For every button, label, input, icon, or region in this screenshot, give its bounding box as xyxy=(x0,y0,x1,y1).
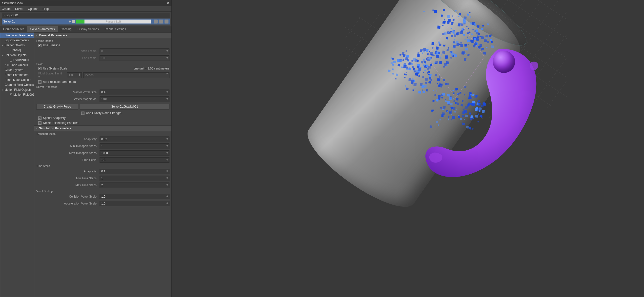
object-header[interactable]: ▾ Liquid001 xyxy=(2,13,170,18)
close-icon[interactable]: ✕ xyxy=(166,1,170,5)
checkbox-use-system-scale[interactable] xyxy=(38,67,42,70)
playback-controls xyxy=(69,20,75,23)
group-transport-steps: Transport Steps xyxy=(34,131,172,136)
menu-options[interactable]: Options xyxy=(28,7,38,11)
title-bar: Simulation View ✕ xyxy=(0,0,172,6)
label-min-time-steps: Min Time Steps xyxy=(36,177,98,180)
solver-row: Solver01 Paused 11% xyxy=(2,19,170,25)
tab-display-settings[interactable]: Display Settings xyxy=(74,26,102,32)
label-end-frame: End Frame xyxy=(36,56,98,60)
tab-solver-parameters[interactable]: Solver Parameters xyxy=(27,26,58,32)
label-use-system-scale: Use System Scale xyxy=(43,67,67,70)
group-voxel-scaling: Voxel Scaling xyxy=(34,189,172,193)
button-gravity-node[interactable]: Solver01.Gravity001 xyxy=(80,104,170,110)
sidebar-item-emitter-objects[interactable]: Emitter Objects xyxy=(0,43,34,48)
group-solver-properties: Solver Properties xyxy=(34,84,172,89)
menu-help[interactable]: Help xyxy=(42,7,49,11)
window-title: Simulation View xyxy=(2,2,23,5)
spinner-fluid-scale: 1.0▲▼ xyxy=(67,73,82,78)
object-name: Liquid001 xyxy=(6,14,18,17)
progress-label: Paused 11% xyxy=(76,20,151,23)
tab-caching[interactable]: Caching xyxy=(58,26,74,32)
sidebar-item-cylinder001[interactable]: Cylinder001 xyxy=(0,58,34,63)
sidebar-item-kill-plane[interactable]: Kill Plane Objects xyxy=(0,63,34,68)
label-gravity-magnitude: Gravity Magnitude xyxy=(36,97,98,101)
liquid-splash xyxy=(424,45,542,183)
checkbox-icon[interactable] xyxy=(10,59,12,62)
sidebar-item-sphere[interactable]: [Sphere] xyxy=(0,48,34,53)
spinner-acceleration-voxel-scale[interactable]: 1.0▲▼ xyxy=(100,201,170,206)
spinner-time-adaptivity[interactable]: 0.1▲▼ xyxy=(100,169,170,174)
checkbox-icon[interactable] xyxy=(10,94,12,96)
chevron-down-icon: ▾ xyxy=(36,127,38,130)
sidebar: Simulation Parameters Liquid Parameters … xyxy=(0,32,34,297)
button-create-gravity-force[interactable]: Create Gravity Force xyxy=(36,104,78,110)
sidebar-item-guide-system[interactable]: Guide System xyxy=(0,68,34,73)
label-time-adaptivity: Adaptivity xyxy=(36,170,98,173)
solver-name[interactable]: Solver01 xyxy=(3,20,68,23)
label-use-timeline: Use Timeline xyxy=(43,44,60,47)
checkbox-use-gravity-node-strength[interactable] xyxy=(81,112,84,115)
play-icon[interactable] xyxy=(69,20,71,23)
tabs: Liquid Attributes Solver Parameters Cach… xyxy=(0,26,172,32)
sidebar-item-foam-parameters[interactable]: Foam Parameters xyxy=(0,73,34,77)
label-start-frame: Start Frame xyxy=(36,50,98,53)
menu-solver[interactable]: Solver xyxy=(15,7,24,11)
menu-bar: Create Solver Options Help xyxy=(0,6,172,12)
label-transport-adaptivity: Adaptivity xyxy=(36,138,98,141)
label-use-gravity-node-strength: Use Gravity Node Strength xyxy=(86,111,121,115)
checkbox-auto-rescale[interactable] xyxy=(38,80,42,84)
checkbox-use-timeline[interactable] xyxy=(38,44,42,47)
section-simulation-parameters[interactable]: ▾ Simulation Parameters xyxy=(34,125,172,131)
expand-icon[interactable] xyxy=(164,20,168,24)
sidebar-item-motion-field001[interactable]: Motion Field001 xyxy=(0,92,34,97)
chevron-down-icon: ▾ xyxy=(4,14,5,17)
progress-bar: Paused 11% xyxy=(76,20,151,24)
menu-create[interactable]: Create xyxy=(2,7,10,11)
spinner-start-frame: 0▲▼ xyxy=(100,49,170,54)
label-spatial-adaptivity: Spatial Adaptivity xyxy=(43,116,66,120)
spinner-transport-adaptivity[interactable]: 0.32▲▼ xyxy=(100,137,170,142)
section-general-parameters[interactable]: ▾ General Parameters xyxy=(34,32,172,38)
checkbox-delete-exceeding[interactable] xyxy=(38,121,42,125)
group-time-steps: Time Steps xyxy=(34,163,172,168)
label-auto-rescale: Auto-rescale Parameters xyxy=(43,80,76,84)
label-max-transport-steps: Max Transport Steps xyxy=(36,151,98,155)
unit-hint: one unit = 1.00 centimeters xyxy=(134,67,170,70)
cache-icon[interactable] xyxy=(154,20,158,24)
sphere-mesh xyxy=(493,51,515,73)
sidebar-item-simulation-parameters[interactable]: Simulation Parameters xyxy=(0,33,34,38)
tab-render-settings[interactable]: Render Settings xyxy=(102,26,129,32)
spinner-min-transport-steps[interactable]: 1▲▼ xyxy=(100,143,170,149)
spinner-master-voxel[interactable]: 0.4▲▼ xyxy=(100,90,170,95)
sidebar-item-channel-field[interactable]: Channel Field Objects xyxy=(0,82,34,87)
label-collision-voxel-scale: Collision Voxel Scale xyxy=(36,195,98,198)
refresh-icon[interactable] xyxy=(159,20,163,24)
label-min-transport-steps: Min Transport Steps xyxy=(36,144,98,148)
label-time-scale: Time Scale xyxy=(36,158,98,162)
label-master-voxel: Master Voxel Size xyxy=(36,91,98,94)
sidebar-item-liquid-parameters[interactable]: Liquid Parameters xyxy=(0,38,34,43)
spinner-max-time-steps[interactable]: 2▲▼ xyxy=(100,182,170,188)
chevron-down-icon: ▾ xyxy=(36,34,38,37)
checkbox-spatial-adaptivity[interactable] xyxy=(38,117,42,120)
label-acceleration-voxel-scale: Acceleration Voxel Scale xyxy=(36,202,98,205)
group-frame-range: Frame Range xyxy=(34,38,172,43)
solver-row-icons xyxy=(154,20,168,24)
parameter-area: ▾ General Parameters Frame Range Use Tim… xyxy=(34,32,172,297)
tab-liquid-attributes[interactable]: Liquid Attributes xyxy=(0,26,27,32)
group-scale: Scale xyxy=(34,62,172,66)
spinner-max-transport-steps[interactable]: 1000▲▼ xyxy=(100,150,170,156)
simulation-panel: Simulation View ✕ Create Solver Options … xyxy=(0,0,172,297)
spinner-gravity-magnitude[interactable]: 10.0▲▼ xyxy=(100,96,170,102)
label-delete-exceeding: Delete Exceeding Particles xyxy=(43,121,78,125)
viewport-3d[interactable] xyxy=(172,0,644,297)
sidebar-item-collision-objects[interactable]: Collision Objects xyxy=(0,53,34,58)
sidebar-item-foam-mask[interactable]: Foam Mask Objects xyxy=(0,77,34,82)
spinner-collision-voxel-scale[interactable]: 1.0▲▼ xyxy=(100,194,170,199)
spinner-time-scale[interactable]: 1.0▲▼ xyxy=(100,157,170,163)
sidebar-item-motion-field-objects[interactable]: Motion Field Objects xyxy=(0,87,34,92)
spinner-min-time-steps[interactable]: 1▲▼ xyxy=(100,176,170,181)
label-max-time-steps: Max Time Steps xyxy=(36,183,98,187)
stop-icon[interactable] xyxy=(72,20,75,23)
